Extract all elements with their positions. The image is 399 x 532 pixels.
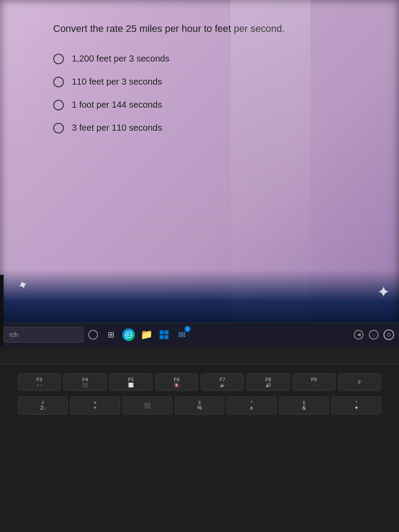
- key-f3-icon: ☀+: [36, 383, 43, 387]
- key-f6-icon: 🔇: [174, 383, 179, 387]
- mail-badge: 1: [184, 326, 191, 332]
- key-f4[interactable]: F4 ⬛: [63, 373, 106, 391]
- key-f9[interactable]: F9 ···: [293, 373, 336, 391]
- key-f5-label: F5: [128, 377, 134, 382]
- laptop-body: F3 ☀+ F4 ⬛ F5 ⬜ F6 🔇 F7 🔉 F8 🔊: [0, 346, 399, 532]
- taskbar: rch ⊞ 📁 ✉ 1 ◀: [0, 323, 399, 346]
- laptop-screen: ✦ ✦ Convert the rate 25 miles per hour t…: [0, 0, 399, 346]
- edge-icon: [122, 329, 135, 341]
- answer-option-d[interactable]: 3 feet per 110 seconds: [53, 123, 377, 133]
- copilot-icon: O: [383, 329, 394, 340]
- taskbar-explorer-button[interactable]: 📁: [138, 327, 154, 343]
- key-f8-label: F8: [265, 377, 271, 382]
- key-5-bottom: %: [197, 405, 202, 411]
- screen-bottom-gradient: [0, 270, 399, 323]
- key-3[interactable]: ☀ +: [70, 396, 120, 415]
- option-text-d: 3 feet per 110 seconds: [72, 123, 162, 133]
- radio-a[interactable]: [53, 54, 64, 64]
- key-4-bottom: ⬛: [144, 403, 151, 408]
- taskbar-windows-button[interactable]: [156, 327, 172, 343]
- answer-option-b[interactable]: 110 feet per 3 seconds: [53, 77, 377, 87]
- back-arrow-icon: ◀: [354, 330, 364, 340]
- taskbar-search-box[interactable]: rch: [4, 327, 83, 343]
- option-text-a: 1,200 feet per 3 seconds: [72, 54, 169, 64]
- taskbar-widgets-button[interactable]: ⊞: [103, 327, 119, 343]
- taskbar-search-button[interactable]: [85, 327, 101, 343]
- key-6-bottom: ∧: [250, 405, 254, 411]
- search-text: rch: [9, 331, 18, 338]
- key-5[interactable]: $ %: [175, 396, 225, 415]
- windows-logo-icon: [160, 330, 168, 339]
- key-f5-icon: ⬜: [128, 383, 133, 387]
- radio-d[interactable]: [53, 123, 64, 133]
- key-f10[interactable]: F: [338, 373, 381, 391]
- mail-icon: ✉: [178, 329, 186, 340]
- laptop-left-edge: [0, 275, 4, 346]
- taskbar-mail-button[interactable]: ✉ 1: [174, 327, 190, 343]
- option-text-c: 1 foot per 144 seconds: [72, 100, 162, 110]
- answer-option-a[interactable]: 1,200 feet per 3 seconds: [53, 54, 377, 64]
- search-circle-icon: [88, 330, 98, 340]
- key-f8[interactable]: F8 🔊: [246, 373, 289, 391]
- search-glass-icon: ⌕: [369, 330, 379, 340]
- key-f3-label: F3: [36, 377, 42, 382]
- key-f7-icon: 🔉: [220, 383, 225, 387]
- taskbar-edge-button[interactable]: [121, 327, 137, 343]
- key-f4-label: F4: [82, 377, 88, 382]
- star-decoration-2: ✦: [377, 283, 390, 301]
- folder-icon: 📁: [141, 329, 153, 340]
- key-f9-label: F9: [311, 377, 317, 382]
- key-2[interactable]: # 2-: [18, 396, 68, 415]
- key-4[interactable]: ⬛: [122, 396, 172, 415]
- key-f9-icon: ···: [312, 383, 316, 387]
- tray-search-button[interactable]: ⌕: [367, 327, 380, 343]
- key-f7[interactable]: F7 🔉: [201, 373, 244, 391]
- radio-b[interactable]: [53, 77, 64, 87]
- key-f7-label: F7: [219, 377, 225, 382]
- radio-c[interactable]: [53, 100, 64, 110]
- key-6[interactable]: ^ ∧: [227, 396, 277, 415]
- keyboard: F3 ☀+ F4 ⬛ F5 ⬜ F6 🔇 F7 🔉 F8 🔊: [0, 364, 399, 532]
- key-8-bottom: ✦: [354, 405, 359, 411]
- taskbar-system-tray: ◀ ⌕ O: [352, 327, 395, 343]
- key-7-bottom: &: [302, 405, 306, 411]
- key-f3[interactable]: F3 ☀+: [18, 373, 61, 391]
- key-f6-label: F6: [174, 377, 180, 382]
- key-8[interactable]: * ✦: [331, 396, 381, 415]
- widgets-icon: ⊞: [108, 330, 114, 340]
- key-2-bottom: 2-: [40, 405, 45, 411]
- key-f6[interactable]: F6 🔇: [155, 373, 198, 391]
- function-key-row: F3 ☀+ F4 ⬛ F5 ⬜ F6 🔇 F7 🔉 F8 🔊: [0, 364, 399, 395]
- quiz-container: Convert the rate 25 miles per hour to fe…: [44, 13, 386, 142]
- answer-option-c[interactable]: 1 foot per 144 seconds: [53, 100, 377, 110]
- number-key-row: # 2- ☀ + ⬛ $ % ^ ∧ & &: [0, 395, 399, 417]
- key-7[interactable]: & &: [279, 396, 329, 415]
- key-f4-icon: ⬛: [82, 383, 88, 387]
- question-text: Convert the rate 25 miles per hour to fe…: [53, 22, 377, 36]
- tray-copilot-button[interactable]: O: [382, 327, 395, 343]
- key-f5[interactable]: F5 ⬜: [110, 373, 153, 391]
- key-f8-icon: 🔊: [266, 383, 271, 387]
- answer-options-list: 1,200 feet per 3 seconds 110 feet per 3 …: [53, 54, 377, 133]
- tray-back-button[interactable]: ◀: [352, 327, 365, 343]
- key-f10-label: F: [358, 379, 361, 385]
- option-text-b: 110 feet per 3 seconds: [72, 77, 162, 87]
- key-3-bottom: +: [94, 405, 97, 411]
